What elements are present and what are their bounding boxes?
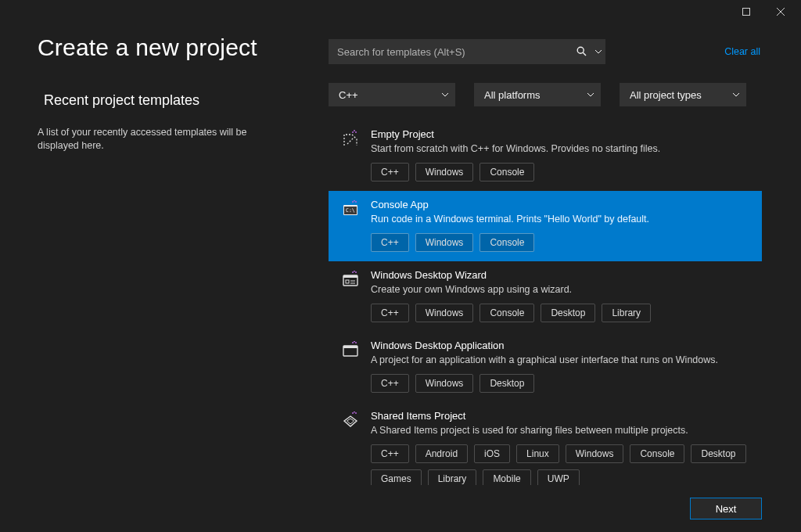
svg-point-13 — [355, 271, 357, 273]
template-list: Empty ProjectStart from scratch with C++… — [329, 120, 762, 485]
template-description: Run code in a Windows terminal. Prints "… — [371, 213, 753, 225]
template-item[interactable]: Windows Desktop ApplicationA project for… — [329, 332, 762, 402]
template-tag: C++ — [371, 163, 409, 182]
template-icon — [341, 341, 360, 360]
left-pane: Create a new project Recent project temp… — [0, 23, 329, 485]
template-body: Shared Items ProjectA Shared Items proje… — [371, 410, 753, 485]
titlebar — [0, 0, 801, 23]
template-tag: Desktop — [541, 304, 595, 322]
svg-point-5 — [354, 130, 355, 131]
template-body: Windows Desktop ApplicationA project for… — [371, 340, 753, 393]
page-title: Create a new project — [38, 34, 310, 61]
svg-point-4 — [355, 131, 357, 133]
filter-row: C++ All platforms All project types — [329, 83, 762, 106]
template-tag: Windows — [415, 304, 474, 322]
template-name: Windows Desktop Application — [371, 340, 753, 351]
template-icon — [341, 271, 360, 289]
svg-point-12 — [352, 271, 354, 273]
search-input[interactable] — [329, 46, 573, 58]
template-tag: Windows — [415, 374, 474, 393]
template-tags: C++AndroidiOSLinuxWindowsConsoleDesktopG… — [371, 444, 753, 485]
template-name: Windows Desktop Wizard — [371, 269, 753, 281]
recent-templates-heading: Recent project templates — [44, 92, 310, 109]
template-description: Create your own Windows app using a wiza… — [371, 283, 753, 296]
template-item[interactable]: C:\Console AppRun code in a Windows term… — [329, 191, 762, 261]
template-icon: C:\ — [341, 200, 360, 219]
svg-point-22 — [354, 341, 355, 343]
svg-point-7 — [355, 201, 357, 203]
template-tag: Library — [602, 304, 651, 322]
svg-point-6 — [352, 201, 354, 203]
language-dropdown[interactable]: C++ — [329, 83, 455, 106]
template-tag: Windows — [415, 163, 474, 182]
template-name: Shared Items Project — [371, 410, 753, 422]
platform-dropdown[interactable]: All platforms — [474, 83, 601, 106]
template-tag: Console — [480, 233, 534, 252]
svg-marker-28 — [344, 416, 357, 426]
svg-point-3 — [352, 131, 354, 133]
template-tag: Linux — [516, 444, 559, 463]
search-dropdown-toggle[interactable] — [591, 41, 605, 63]
template-name: Empty Project — [371, 128, 753, 140]
svg-rect-16 — [343, 275, 357, 278]
svg-point-21 — [355, 342, 357, 343]
right-pane: Clear all C++ All platforms All project … — [329, 23, 801, 485]
close-button[interactable] — [763, 1, 798, 23]
template-tag: Android — [415, 444, 468, 463]
template-tag: UWP — [537, 469, 580, 485]
clear-all-link[interactable]: Clear all — [723, 41, 762, 62]
svg-point-1 — [577, 47, 584, 53]
svg-rect-0 — [743, 9, 750, 16]
template-item[interactable]: Empty ProjectStart from scratch with C++… — [329, 120, 762, 191]
project-type-dropdown[interactable]: All project types — [620, 83, 746, 106]
next-button[interactable]: Next — [690, 498, 762, 519]
footer: Next — [0, 485, 801, 532]
svg-rect-17 — [346, 280, 349, 283]
language-dropdown-value: C++ — [339, 89, 358, 101]
svg-point-20 — [352, 342, 354, 343]
template-body: Empty ProjectStart from scratch with C++… — [371, 128, 753, 182]
svg-marker-29 — [347, 419, 354, 424]
template-item[interactable]: Windows Desktop WizardCreate your own Wi… — [329, 261, 762, 332]
template-tag: Console — [480, 163, 534, 182]
search-row: Clear all — [329, 39, 762, 64]
template-tags: C++WindowsConsole — [371, 163, 753, 182]
template-tag: iOS — [474, 444, 510, 463]
search-box — [329, 39, 605, 64]
maximize-button[interactable] — [729, 1, 763, 23]
template-tag: Windows — [415, 233, 474, 252]
content: Create a new project Recent project temp… — [0, 23, 801, 485]
svg-line-2 — [583, 52, 586, 56]
template-item[interactable]: Shared Items ProjectA Shared Items proje… — [329, 402, 762, 485]
template-icon — [341, 412, 360, 430]
template-description: A project for an application with a grap… — [371, 354, 753, 366]
template-body: Windows Desktop WizardCreate your own Wi… — [371, 269, 753, 322]
template-tag: Desktop — [691, 444, 745, 463]
template-tag: Console — [630, 444, 684, 463]
svg-point-26 — [355, 412, 357, 414]
template-tag: Library — [428, 469, 477, 485]
template-tag: Games — [371, 469, 422, 485]
template-name: Console App — [371, 199, 753, 210]
template-tag: C++ — [371, 374, 409, 393]
chevron-down-icon — [733, 93, 739, 97]
recent-templates-description: A list of your recently accessed templat… — [38, 126, 280, 153]
template-tag: Mobile — [483, 469, 530, 485]
template-tag: Console — [480, 304, 534, 322]
template-tag: Windows — [566, 444, 624, 463]
template-description: Start from scratch with C++ for Windows.… — [371, 142, 753, 155]
template-tags: C++WindowsDesktop — [371, 374, 753, 393]
template-description: A Shared Items project is used for shari… — [371, 424, 753, 437]
svg-point-27 — [354, 412, 355, 413]
template-tags: C++WindowsConsole — [371, 233, 753, 252]
svg-rect-24 — [343, 346, 357, 348]
template-icon — [341, 130, 360, 149]
template-tags: C++WindowsConsoleDesktopLibrary — [371, 304, 753, 322]
search-icon[interactable] — [573, 41, 591, 63]
template-tag: C++ — [371, 304, 409, 322]
platform-dropdown-value: All platforms — [484, 89, 541, 101]
svg-point-25 — [352, 412, 354, 414]
chevron-down-icon — [587, 93, 594, 97]
template-tag: C++ — [371, 444, 409, 463]
chevron-down-icon — [442, 93, 448, 97]
